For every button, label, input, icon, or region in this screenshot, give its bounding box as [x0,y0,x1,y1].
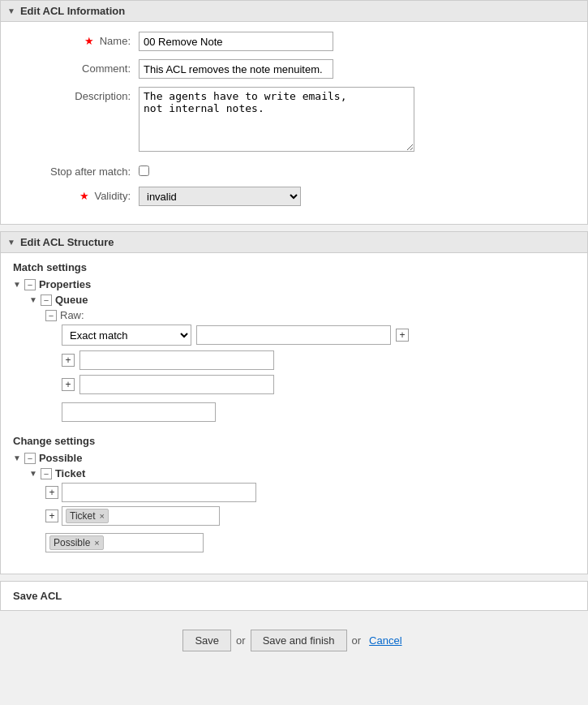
description-row: Description: The agents have to write em… [1,87,587,154]
possible-tag-container: Possible × [45,533,204,552]
comment-control [139,59,579,79]
ticket-add-row-empty: + [45,483,575,502]
ticket-add-button-empty[interactable]: + [45,486,58,499]
ticket-collapse-arrow: ▼ [29,469,37,478]
save-acl-section: Save ACL [0,581,588,611]
structure-section-toggle-icon: ▼ [7,238,15,247]
exact-match-row-container: Exact match Regex Inverse match + + [62,325,575,422]
properties-label: Properties [39,278,91,290]
ticket-add-button-tag[interactable]: + [45,509,58,522]
ticket-toggle[interactable]: − [41,468,52,479]
description-control: The agents have to write emails, not int… [139,87,579,154]
match-row: Exact match Regex Inverse match + [62,325,575,346]
raw-toggle[interactable]: − [45,310,57,321]
comment-input[interactable] [139,59,333,79]
footer-buttons: Save or Save and finish or Cancel [0,617,588,664]
validity-control: invalid valid invalid-temporarily [139,187,579,206]
comment-row: Comment: [1,59,587,79]
stop-after-match-label: Stop after match: [9,162,139,178]
ticket-tag: Ticket × [66,509,109,523]
queue-tree-children: ▼ − Queue − Raw: Exact match [29,294,575,422]
extra-input-1[interactable] [79,350,274,370]
edit-acl-info-body: ★ Name: Comment: Description: The agents… [1,22,587,224]
ticket-empty-input[interactable] [62,483,256,502]
possible-tag-label: Possible [54,537,90,548]
name-label: ★ Name: [9,32,139,47]
save-button[interactable]: Save [182,630,231,651]
change-settings-title: Change settings [13,435,575,447]
extra-input-2[interactable] [79,375,274,394]
raw-tree-children: − Raw: Exact match Regex Inverse match [45,309,575,422]
edit-acl-structure-section: ▼ Edit ACL Structure Match settings ▼ − … [0,231,588,574]
possible-label: Possible [39,452,82,464]
ticket-tag-close[interactable]: × [100,511,105,521]
properties-collapse-arrow: ▼ [13,280,21,289]
name-row: ★ Name: [1,32,587,51]
stop-after-match-control [139,162,579,178]
match-add-button[interactable]: + [396,329,409,342]
cancel-button[interactable]: Cancel [366,630,405,651]
extra-add-button-1[interactable]: + [62,354,75,367]
properties-tree-item: ▼ − Properties [13,278,575,290]
edit-acl-info-title: Edit ACL Information [20,5,125,17]
bottom-input[interactable] [62,402,216,422]
name-required-star: ★ [84,35,94,47]
ticket-tree-children: ▼ − Ticket + + [29,467,575,552]
extra-input-row-2: + [62,375,575,394]
match-type-select[interactable]: Exact match Regex Inverse match [62,325,191,346]
raw-label: Raw: [60,309,84,321]
stop-after-match-row: Stop after match: [1,162,587,178]
stop-after-match-checkbox[interactable] [139,166,149,176]
section-toggle-icon: ▼ [7,6,15,15]
name-control [139,32,579,51]
validity-label: ★ Validity: [9,187,139,202]
queue-tree-item: ▼ − Queue [29,294,575,306]
raw-tree-item: − Raw: [45,309,575,321]
change-settings-section: Change settings ▼ − Possible ▼ − Ticket [13,435,575,552]
ticket-tag-row: + Ticket × [45,506,575,526]
possible-tree-item: ▼ − Possible [13,452,575,464]
description-input[interactable]: The agents have to write emails, not int… [139,87,414,152]
ticket-tree-item: ▼ − Ticket [29,467,575,479]
extra-input-row-1: + [62,350,575,370]
validity-select[interactable]: invalid valid invalid-temporarily [139,187,301,206]
structure-body: Match settings ▼ − Properties ▼ − Queue … [1,253,587,574]
edit-acl-info-section: ▼ Edit ACL Information ★ Name: Comment: [0,0,588,225]
match-settings-section: Match settings ▼ − Properties ▼ − Queue … [13,261,575,422]
or-text-1: or [236,634,246,647]
validity-required-star: ★ [79,190,89,202]
save-and-finish-button[interactable]: Save and finish [251,630,347,651]
possible-tag-close[interactable]: × [94,538,99,548]
name-input[interactable] [139,32,333,51]
extra-add-button-2[interactable]: + [62,378,75,391]
queue-label: Queue [55,294,88,306]
possible-toggle[interactable]: − [24,453,36,464]
properties-toggle[interactable]: − [24,279,36,290]
match-value-input[interactable] [196,325,391,345]
ticket-label: Ticket [55,467,85,479]
validity-row: ★ Validity: invalid valid invalid-tempor… [1,187,587,206]
ticket-tag-label: Ticket [70,510,96,522]
comment-label: Comment: [9,59,139,75]
queue-toggle[interactable]: − [41,294,52,306]
edit-acl-structure-title: Edit ACL Structure [20,236,114,248]
save-acl-title: Save ACL [13,590,62,602]
description-label: Description: [9,87,139,102]
possible-tag: Possible × [49,535,104,550]
match-settings-title: Match settings [13,261,575,273]
ticket-input-container: + + Ticket × [45,483,575,552]
ticket-tag-input-container: Ticket × [62,506,220,526]
edit-acl-info-header[interactable]: ▼ Edit ACL Information [1,1,587,22]
possible-tag-row: Possible × [45,530,575,552]
bottom-input-container [62,399,575,422]
queue-collapse-arrow: ▼ [29,295,37,304]
possible-collapse-arrow: ▼ [13,454,21,462]
edit-acl-structure-header[interactable]: ▼ Edit ACL Structure [1,232,587,253]
or-text-2: or [352,634,362,647]
